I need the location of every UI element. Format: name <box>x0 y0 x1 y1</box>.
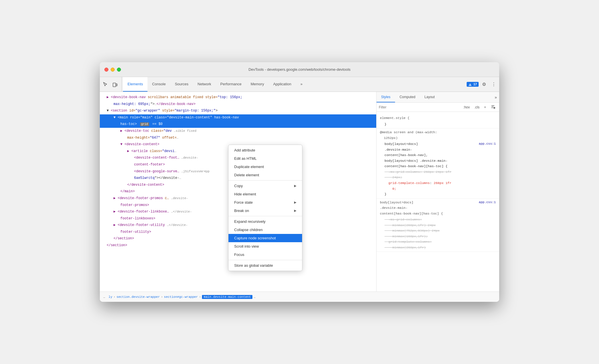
styles-panel: Styles Computed Layout » :hov .cls + <box>377 92 499 292</box>
tab-console[interactable]: Console <box>147 77 170 92</box>
tab-performance[interactable]: Performance <box>216 77 246 92</box>
window-title: DevTools - developers.google.com/web/too… <box>248 67 351 72</box>
new-style-rule-button[interactable] <box>489 104 497 110</box>
tab-list: Elements Console Sources Network Perform… <box>123 77 464 92</box>
close-button[interactable] <box>104 68 108 72</box>
submenu-arrow-icon: ▶ <box>294 201 296 204</box>
tag-close: footer-linkboxes> <box>120 217 155 221</box>
menu-separator-2 <box>228 216 302 216</box>
styles-tab-computed[interactable]: Computed <box>395 92 420 102</box>
customize-button[interactable]: ⋮ <box>489 80 498 89</box>
css-selector: element.style { <box>380 115 496 121</box>
menu-item-label: Copy <box>234 184 243 188</box>
attr-name: animatable <box>170 95 191 99</box>
prop-value-red-2: minmax(268px,1fr) <box>392 246 426 249</box>
prop-value: minmax(160px,1fr); <box>392 234 428 238</box>
menu-focus[interactable]: Focus <box>228 250 302 259</box>
tag-close: </devsite-book-nav> <box>157 102 196 106</box>
breadcrumb-item-body[interactable]: ly <box>109 295 112 299</box>
attr-value: "647" <box>150 136 160 140</box>
attr-role: role= <box>130 116 140 120</box>
filter-input[interactable] <box>379 105 460 109</box>
dom-dots: …devsite- <box>171 197 188 200</box>
menu-delete[interactable]: Delete element <box>228 171 302 179</box>
css-property-ms-grid-1: -ms-grid-columns: 268px 24px 1fr 24px; <box>380 169 496 180</box>
grid-badge[interactable]: grid <box>140 122 149 126</box>
attr-class-val: "devsite-main-content" <box>167 116 212 120</box>
dollar-sign: == $0 <box>152 122 163 126</box>
menu-add-attribute[interactable]: Add attribute <box>228 146 302 154</box>
dom-panel: ▶ <devsite-book-nav scrollbars animatabl… <box>100 92 377 292</box>
tag-name: content-footer> <box>134 163 165 167</box>
dom-line: ▶ <devsite-book-nav scrollbars animatabl… <box>100 94 376 101</box>
tag-name: ▶ <devsite-footer-linkboxe… <box>114 210 169 214</box>
tag-close: </section> <box>114 236 134 240</box>
breadcrumb-bar: … ly › section.devsite-wrapper › section… <box>100 292 499 302</box>
menu-capture-screenshot[interactable]: Capture node screenshot <box>228 234 302 242</box>
menu-item-label: Add attribute <box>234 148 255 152</box>
tab-network[interactable]: Network <box>193 77 216 92</box>
tab-elements[interactable]: Elements <box>123 77 147 92</box>
issues-badge[interactable]: ! 17 <box>467 82 479 87</box>
css-property-main-content: .devsite-main-content[has-book-nav], <box>380 147 496 158</box>
settings-button[interactable]: ⚙ <box>480 80 488 89</box>
cls-button[interactable]: .cls <box>473 105 481 110</box>
dom-line: max-height: 695px;">…</devsite-book-nav> <box>100 101 376 108</box>
menu-break-on[interactable]: Break on ▶ <box>228 207 302 215</box>
device-toolbar-button[interactable] <box>111 80 119 89</box>
attr-value: 6ae5lwrctq <box>134 176 155 180</box>
attr-value: "devsi <box>162 149 174 153</box>
cursor-tool-button[interactable] <box>101 80 110 89</box>
tab-application[interactable]: Application <box>269 77 296 92</box>
menu-item-label: Duplicate element <box>234 165 264 169</box>
breadcrumb-item-main[interactable]: main.devsite-main-content <box>202 295 252 299</box>
maximize-button[interactable] <box>117 68 121 72</box>
menu-scroll-into-view[interactable]: Scroll into view <box>228 242 302 250</box>
tag-name: <devsite-google-surve… <box>134 169 179 173</box>
tab-more[interactable]: » <box>296 77 307 92</box>
css-rule-media-1: @media screen and (max-width: 1252px) bo… <box>377 128 499 199</box>
tab-memory[interactable]: Memory <box>246 77 269 92</box>
menu-copy[interactable]: Copy ▶ <box>228 182 302 190</box>
styles-tab-more[interactable]: » <box>492 92 499 102</box>
breadcrumb-dots: … <box>103 295 105 299</box>
svg-rect-0 <box>113 83 116 87</box>
submenu-arrow-icon: ▶ <box>294 184 296 188</box>
css-property-grid-template-1: grid-template-columns: 268px 1fr 0; <box>380 180 496 191</box>
breadcrumb-item-section-wrapper[interactable]: section.devsite-wrapper <box>116 295 160 299</box>
styles-tab-layout[interactable]: Layout <box>420 92 439 102</box>
dom-dots: …sible fixed <box>174 129 196 133</box>
styles-content: element.style { } @media screen and (max… <box>377 112 499 292</box>
dom-dots: … <box>177 136 179 139</box>
css-source-2[interactable]: app.css:1 <box>479 200 496 205</box>
menu-edit-html[interactable]: Edit as HTML <box>228 154 302 163</box>
tab-bar-tools <box>101 77 122 92</box>
css-selector: @media screen and (max-width: 1252px) <box>380 130 496 141</box>
dom-line-selected[interactable]: ▼ <main role="main" class="devsite-main-… <box>100 114 376 121</box>
menu-hide[interactable]: Hide element <box>228 190 302 198</box>
breadcrumb-item-section-gc[interactable]: section#gc-wrapper <box>164 295 198 299</box>
menu-collapse-children[interactable]: Collapse children <box>228 226 302 234</box>
dom-line-selected-2[interactable]: has-toc> grid == $0 <box>100 121 376 128</box>
context-menu: Add attribute Edit as HTML Duplicate ele… <box>228 145 302 271</box>
styles-tab-styles[interactable]: Styles <box>377 92 395 102</box>
menu-duplicate[interactable]: Duplicate element <box>228 163 302 171</box>
menu-store-global[interactable]: Store as global variable <box>228 261 302 270</box>
css-source[interactable]: app.css:1 <box>479 141 496 147</box>
tag-arrow: ▼ <main <box>114 116 128 120</box>
punctuation: > <box>216 109 218 113</box>
tag-name: ▶ <article <box>127 149 148 153</box>
menu-force-state[interactable]: Force state ▶ <box>228 198 302 207</box>
dom-line: ▼ <section id="gc-wrapper" style="margin… <box>100 108 376 114</box>
menu-expand-recursively[interactable]: Expand recursively <box>228 217 302 226</box>
dom-line: ▶ <devsite-toc class="dev …sible fixed <box>100 128 376 135</box>
hov-button[interactable]: :hov <box>462 105 471 110</box>
prop-name: -ms-grid-columns <box>388 170 420 174</box>
tag-name: <devsite-content-foot… <box>134 156 179 160</box>
tag-close: </section> <box>107 243 127 247</box>
tab-sources[interactable]: Sources <box>170 77 193 92</box>
submenu-arrow-icon: ▶ <box>294 209 296 213</box>
add-style-button[interactable]: + <box>482 105 488 110</box>
minimize-button[interactable] <box>111 68 115 72</box>
menu-item-label: Store as global variable <box>234 263 273 268</box>
